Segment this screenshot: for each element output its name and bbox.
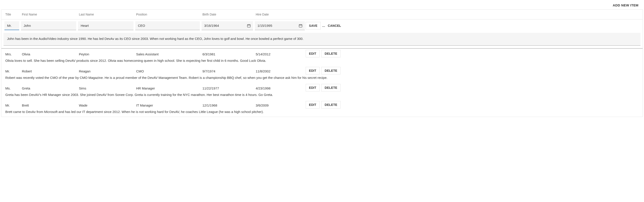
cell-position: IT Manager bbox=[134, 102, 201, 108]
delete-button[interactable]: DELETE bbox=[321, 101, 340, 109]
delete-button[interactable]: DELETE bbox=[321, 84, 340, 91]
column-header-position[interactable]: Position bbox=[134, 10, 201, 19]
cell-title: Ms. bbox=[4, 85, 20, 91]
cell-last-name: Peyton bbox=[77, 51, 134, 57]
cell-title: Mr. bbox=[4, 68, 20, 74]
cell-title: Mr. bbox=[4, 102, 20, 108]
cell-first-name: Olivia bbox=[20, 51, 77, 57]
last-name-input[interactable] bbox=[78, 21, 134, 30]
first-name-input[interactable] bbox=[21, 21, 76, 30]
cell-notes: Robert was recently voted the CMO of the… bbox=[1, 74, 643, 83]
cell-birth-date: 12/1/1968 bbox=[201, 102, 254, 108]
column-header-title[interactable]: Title bbox=[4, 10, 20, 19]
column-header-last-name[interactable]: Last Name bbox=[77, 10, 134, 19]
cell-position: HR Manager bbox=[134, 85, 201, 91]
hire-date-input[interactable] bbox=[255, 21, 305, 30]
cell-last-name: Reagan bbox=[77, 68, 134, 74]
cell-title: Mrs. bbox=[4, 51, 20, 57]
cell-first-name: Greta bbox=[20, 85, 77, 91]
cell-birth-date: 9/7/1974 bbox=[201, 68, 254, 74]
delete-button[interactable]: DELETE bbox=[321, 50, 340, 57]
table-row: Mr. Brett Wade IT Manager 12/1/1968 3/6/… bbox=[1, 100, 643, 117]
cell-notes: Brett came to DevAv from Microsoft and h… bbox=[1, 109, 643, 117]
cell-position: Sales Assistant bbox=[134, 51, 201, 57]
cell-hire-date: 5/14/2012 bbox=[254, 51, 306, 57]
cell-birth-date: 11/22/1977 bbox=[201, 85, 254, 91]
birth-date-input[interactable] bbox=[202, 21, 253, 30]
svg-rect-0 bbox=[247, 25, 250, 27]
column-header-row: Title First Name Last Name Position Birt… bbox=[1, 10, 643, 20]
cell-last-name: Sims bbox=[77, 85, 134, 91]
position-input[interactable] bbox=[135, 21, 200, 30]
cell-last-name: Wade bbox=[77, 102, 134, 108]
cell-first-name: Robert bbox=[20, 68, 77, 74]
edit-button[interactable]: EDIT bbox=[306, 101, 320, 109]
cell-birth-date: 6/3/1981 bbox=[201, 51, 254, 57]
cell-position: CMO bbox=[134, 68, 201, 74]
cell-notes: Greta has been DevAV's HR Manager since … bbox=[1, 91, 643, 100]
title-select[interactable] bbox=[4, 21, 19, 30]
cell-notes: Olivia loves to sell. She has been selli… bbox=[1, 57, 643, 66]
cell-hire-date: 4/23/1998 bbox=[254, 85, 306, 91]
edit-button[interactable]: EDIT bbox=[306, 67, 320, 74]
table-row: Mrs. Olivia Peyton Sales Assistant 6/3/1… bbox=[1, 49, 643, 66]
column-header-hire-date[interactable]: Hire Date bbox=[254, 10, 306, 19]
delete-button[interactable]: DELETE bbox=[321, 67, 340, 74]
more-actions-button[interactable]: … bbox=[322, 24, 326, 28]
cell-first-name: Brett bbox=[20, 102, 77, 108]
column-header-actions bbox=[306, 10, 341, 19]
save-button[interactable]: SAVE bbox=[306, 22, 321, 30]
cell-hire-date: 3/6/2009 bbox=[254, 102, 306, 108]
calendar-icon[interactable] bbox=[298, 24, 302, 28]
data-grid: Title First Name Last Name Position Birt… bbox=[1, 9, 643, 117]
editing-row: SAVE … CANCEL John has been in the Audio… bbox=[1, 20, 643, 49]
edit-button[interactable]: EDIT bbox=[306, 50, 320, 57]
column-header-birth-date[interactable]: Birth Date bbox=[201, 10, 254, 19]
cancel-button[interactable]: CANCEL bbox=[326, 22, 342, 29]
cell-hire-date: 11/8/2002 bbox=[254, 68, 306, 74]
svg-rect-4 bbox=[299, 25, 302, 27]
calendar-icon[interactable] bbox=[247, 24, 251, 28]
add-new-item-button[interactable]: ADD NEW ITEM bbox=[613, 3, 638, 7]
table-row: Ms. Greta Sims HR Manager 11/22/1977 4/2… bbox=[1, 83, 643, 100]
edit-button[interactable]: EDIT bbox=[306, 84, 320, 91]
column-header-first-name[interactable]: First Name bbox=[20, 10, 77, 19]
notes-editor[interactable]: John has been in the Audio/Video industr… bbox=[7, 37, 304, 41]
table-row: Mr. Robert Reagan CMO 9/7/1974 11/8/2002… bbox=[1, 66, 643, 83]
